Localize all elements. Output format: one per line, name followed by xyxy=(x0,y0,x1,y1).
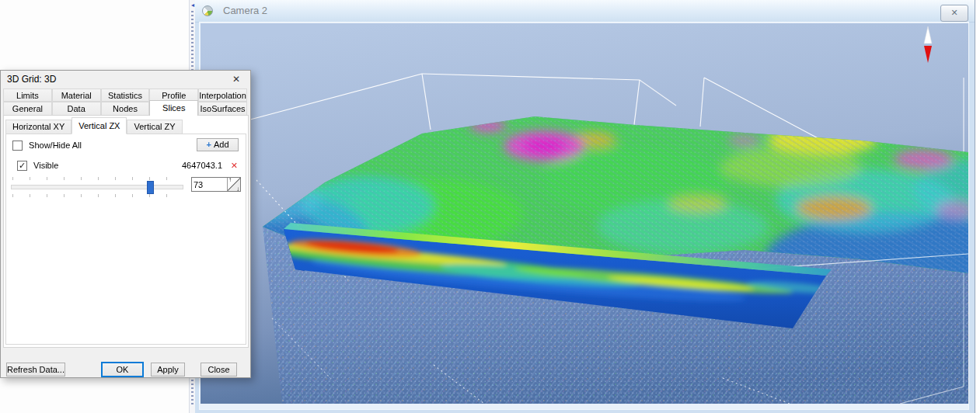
camera-window-close-button[interactable]: ✕ xyxy=(940,5,968,22)
subtab-vertical-zy[interactable]: Vertical ZY xyxy=(127,120,182,134)
tab-isosurfaces[interactable]: IsoSurfaces xyxy=(198,102,247,115)
subtab-row: Horizontal XY Vertical ZX Vertical ZY xyxy=(5,120,183,134)
3d-scene xyxy=(201,23,968,404)
tab-general[interactable]: General xyxy=(3,102,52,115)
slice-position-spinner: ↑ ↓ xyxy=(191,177,241,192)
ok-button[interactable]: OK xyxy=(101,362,144,377)
slider-ticks-bottom xyxy=(12,194,182,197)
tab-nodes[interactable]: Nodes xyxy=(101,102,150,115)
camera-window: Camera 2 ✕ xyxy=(195,0,975,413)
slice-visible-label: Visible xyxy=(33,161,58,170)
spin-down-icon[interactable]: ↓ xyxy=(236,186,239,193)
camera-icon xyxy=(202,5,213,16)
slice-visible-checkbox[interactable]: ✓ xyxy=(17,161,27,171)
tab-data[interactable]: Data xyxy=(52,102,101,115)
slice-position-input[interactable] xyxy=(194,179,225,190)
slider-thumb[interactable] xyxy=(147,181,154,194)
vertical-zx-page: Show/Hide All +Add ✓ Visible 4647043.1 ✕ xyxy=(5,134,246,345)
apply-button[interactable]: Apply xyxy=(151,363,185,377)
tab-interpolation[interactable]: Interpolation xyxy=(198,88,247,102)
close-button[interactable]: Close xyxy=(201,363,237,377)
dialog-close-button[interactable]: ✕ xyxy=(228,71,244,88)
dialog-title: 3D Grid: 3D xyxy=(7,71,56,88)
slice-position-slider[interactable] xyxy=(11,177,183,197)
tab-slices[interactable]: Slices xyxy=(149,100,198,116)
show-hide-all-checkbox[interactable] xyxy=(12,141,23,151)
slider-track[interactable] xyxy=(11,185,183,189)
tab-material[interactable]: Material xyxy=(52,88,101,102)
plus-icon: + xyxy=(206,140,211,149)
tab-row-2: General Data Nodes Slices IsoSurfaces xyxy=(3,102,247,115)
show-hide-all-label: Show/Hide All xyxy=(29,141,82,150)
3d-grid-dialog: 3D Grid: 3D ✕ Limits Material Statistics… xyxy=(0,70,251,378)
dialog-button-row: Refresh Data... OK Apply Close xyxy=(1,359,250,378)
subtab-horizontal-xy[interactable]: Horizontal XY xyxy=(5,120,71,134)
camera-window-title: Camera 2 xyxy=(223,0,267,22)
show-hide-all-row: Show/Hide All xyxy=(12,140,82,151)
spin-up-icon[interactable]: ↑ xyxy=(228,176,232,183)
spin-buttons[interactable]: ↑ ↓ xyxy=(227,178,240,191)
slice-position-value: 4647043.1 xyxy=(182,160,222,171)
tab-row-1: Limits Material Statistics Profile Inter… xyxy=(3,88,247,102)
app-screen: ◂ Camera 2 ✕ xyxy=(0,0,980,413)
add-slice-button[interactable]: +Add xyxy=(197,138,239,151)
tab-statistics[interactable]: Statistics xyxy=(101,88,150,102)
slices-tab-page: Horizontal XY Vertical ZX Vertical ZY Sh… xyxy=(3,115,249,348)
delete-slice-icon[interactable]: ✕ xyxy=(231,160,238,171)
slice-visible-row: ✓ Visible 4647043.1 ✕ xyxy=(17,160,239,171)
subtab-vertical-zx[interactable]: Vertical ZX xyxy=(71,117,127,134)
dialog-titlebar[interactable]: 3D Grid: 3D ✕ xyxy=(1,71,250,88)
3d-viewport[interactable] xyxy=(201,23,968,404)
camera-window-titlebar[interactable]: Camera 2 ✕ xyxy=(195,0,975,23)
tab-limits[interactable]: Limits xyxy=(3,88,52,102)
refresh-data-button[interactable]: Refresh Data... xyxy=(6,363,65,377)
slider-ticks-top xyxy=(12,177,182,180)
